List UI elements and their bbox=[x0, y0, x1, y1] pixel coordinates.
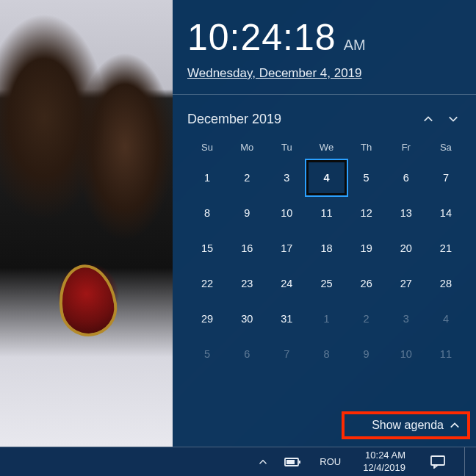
calendar-day[interactable]: 10 bbox=[386, 336, 426, 372]
calendar-day[interactable]: 7 bbox=[267, 336, 306, 372]
calendar-day[interactable]: 5 bbox=[187, 336, 227, 372]
calendar-day[interactable]: 30 bbox=[227, 301, 267, 336]
calendar-day[interactable]: 17 bbox=[267, 231, 306, 266]
calendar-day[interactable]: 5 bbox=[347, 160, 386, 195]
chevron-down-icon bbox=[448, 114, 458, 124]
language-indicator[interactable]: ROU bbox=[315, 447, 345, 477]
clock-time: 10:24:18 bbox=[187, 16, 336, 59]
action-center-button[interactable] bbox=[423, 447, 452, 477]
calendar-day[interactable]: 20 bbox=[386, 231, 426, 266]
calendar-day[interactable]: 26 bbox=[347, 266, 386, 301]
calendar-day[interactable]: 1 bbox=[306, 301, 346, 336]
calendar-day[interactable]: 3 bbox=[386, 301, 426, 336]
clock-section: 10:24:18 AM Wednesday, December 4, 2019 bbox=[173, 0, 476, 94]
language-label: ROU bbox=[320, 456, 341, 467]
calendar-dow-header: Fr bbox=[386, 142, 426, 160]
calendar-next-button[interactable] bbox=[441, 107, 466, 131]
calendar-grid: SuMoTuWeThFrSa12345678910111213141516171… bbox=[187, 142, 466, 372]
calendar-month-label[interactable]: December 2019 bbox=[187, 112, 416, 127]
calendar-day[interactable]: 31 bbox=[267, 301, 306, 336]
calendar-day[interactable]: 22 bbox=[187, 266, 227, 301]
svg-rect-3 bbox=[431, 456, 444, 465]
calendar-day[interactable]: 16 bbox=[227, 231, 267, 266]
show-desktop-button[interactable] bbox=[464, 447, 469, 477]
calendar-day[interactable]: 13 bbox=[386, 195, 426, 231]
calendar-day[interactable]: 11 bbox=[306, 195, 346, 231]
calendar-day[interactable]: 28 bbox=[426, 266, 466, 301]
chevron-up-icon bbox=[423, 114, 433, 124]
calendar-day[interactable]: 15 bbox=[187, 231, 227, 266]
calendar-day[interactable]: 10 bbox=[267, 195, 306, 231]
chevron-up-icon bbox=[450, 420, 460, 430]
calendar-day-today[interactable]: 4 bbox=[306, 160, 346, 195]
calendar-day[interactable]: 25 bbox=[306, 266, 346, 301]
calendar-day[interactable]: 21 bbox=[426, 231, 466, 266]
desktop-wallpaper bbox=[0, 0, 173, 447]
calendar-day[interactable]: 7 bbox=[426, 160, 466, 195]
calendar-day[interactable]: 18 bbox=[306, 231, 346, 266]
calendar-day[interactable]: 3 bbox=[267, 160, 306, 195]
calendar-prev-button[interactable] bbox=[416, 107, 441, 131]
calendar-day[interactable]: 14 bbox=[426, 195, 466, 231]
calendar-dow-header: Sa bbox=[426, 142, 466, 160]
clock-ampm: AM bbox=[344, 37, 366, 54]
clock-calendar-flyout: 10:24:18 AM Wednesday, December 4, 2019 … bbox=[173, 0, 476, 447]
calendar-section: December 2019 SuMoTuWeThFrSa123456789101… bbox=[173, 95, 476, 378]
date-settings-link[interactable]: Wednesday, December 4, 2019 bbox=[187, 66, 362, 81]
calendar-day[interactable]: 27 bbox=[386, 266, 426, 301]
calendar-dow-header: We bbox=[306, 142, 346, 160]
calendar-dow-header: Tu bbox=[267, 142, 306, 160]
taskbar-time: 10:24 AM bbox=[363, 450, 405, 461]
show-agenda-label: Show agenda bbox=[372, 419, 444, 432]
tray-overflow-button[interactable] bbox=[255, 447, 271, 477]
calendar-dow-header: Su bbox=[187, 142, 227, 160]
calendar-day[interactable]: 2 bbox=[227, 160, 267, 195]
calendar-day[interactable]: 1 bbox=[187, 160, 227, 195]
notification-icon bbox=[430, 455, 445, 469]
chevron-up-icon bbox=[259, 458, 267, 466]
svg-rect-2 bbox=[286, 460, 295, 464]
calendar-day[interactable]: 9 bbox=[347, 336, 386, 372]
calendar-day[interactable]: 9 bbox=[227, 195, 267, 231]
calendar-day[interactable]: 24 bbox=[267, 266, 306, 301]
calendar-day[interactable]: 8 bbox=[187, 195, 227, 231]
battery-icon[interactable] bbox=[283, 447, 303, 477]
calendar-day[interactable]: 11 bbox=[426, 336, 466, 372]
calendar-day[interactable]: 4 bbox=[426, 301, 466, 336]
calendar-day[interactable]: 23 bbox=[227, 266, 267, 301]
taskbar-clock[interactable]: 10:24 AM 12/4/2019 bbox=[357, 447, 411, 477]
calendar-day[interactable]: 12 bbox=[347, 195, 386, 231]
svg-rect-1 bbox=[299, 461, 300, 464]
show-agenda-button[interactable]: Show agenda bbox=[364, 414, 467, 436]
calendar-day[interactable]: 2 bbox=[347, 301, 386, 336]
calendar-day[interactable]: 19 bbox=[347, 231, 386, 266]
calendar-day[interactable]: 8 bbox=[306, 336, 346, 372]
system-tray: ROU 10:24 AM 12/4/2019 bbox=[255, 447, 476, 477]
calendar-day[interactable]: 6 bbox=[386, 160, 426, 195]
calendar-day[interactable]: 6 bbox=[227, 336, 267, 372]
calendar-dow-header: Mo bbox=[227, 142, 267, 160]
calendar-dow-header: Th bbox=[347, 142, 386, 160]
calendar-day[interactable]: 29 bbox=[187, 301, 227, 336]
battery-icon bbox=[284, 457, 302, 467]
taskbar: ROU 10:24 AM 12/4/2019 bbox=[0, 447, 476, 476]
taskbar-date: 12/4/2019 bbox=[363, 462, 405, 474]
